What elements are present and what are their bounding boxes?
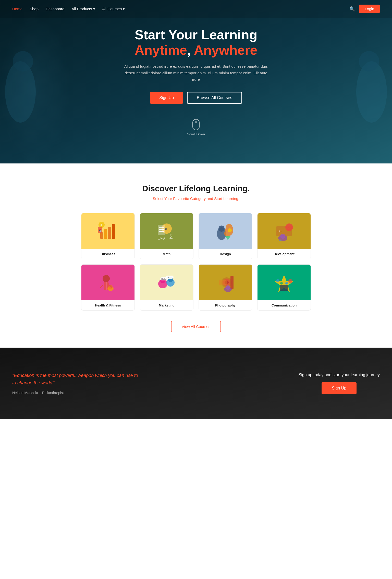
login-button[interactable]: Login bbox=[359, 5, 380, 13]
hero-section: Start Your Learning Anytime, Anywhere Al… bbox=[0, 0, 392, 163]
category-card-design[interactable]: Design bbox=[199, 213, 252, 259]
category-name-design: Design bbox=[199, 249, 252, 259]
category-img-business: $ 📚 bbox=[81, 213, 134, 249]
categories-section: Discover Lifelong Learning. Select Your … bbox=[0, 163, 392, 348]
svg-text:$: $ bbox=[101, 223, 102, 227]
category-name-business: Business bbox=[81, 249, 134, 259]
svg-text:x²+y²: x²+y² bbox=[158, 237, 165, 240]
hero-subtitle: Aliqua id fugiat nostrud irure ex duis e… bbox=[122, 63, 270, 83]
scroll-down[interactable]: Scroll Down bbox=[187, 119, 205, 136]
svg-rect-4 bbox=[100, 232, 103, 239]
category-name-communication: Communication bbox=[258, 300, 311, 310]
hero-signup-button[interactable]: Sign Up bbox=[150, 92, 183, 104]
nav-dashboard[interactable]: Dashboard bbox=[46, 7, 64, 11]
nav-all-products[interactable]: All Products ▾ bbox=[71, 7, 95, 11]
category-img-development: ↑ </> bbox=[258, 213, 311, 249]
hero-figure-left bbox=[0, 15, 71, 163]
svg-rect-5 bbox=[104, 229, 107, 239]
cta-quote: "Education is the most powerful weapon w… bbox=[12, 372, 140, 387]
category-name-photography: Photography bbox=[199, 300, 252, 310]
category-img-marketing: Hello! Hi! bbox=[140, 265, 193, 300]
svg-rect-6 bbox=[108, 227, 111, 239]
category-img-math: π ∑ x²+y² bbox=[140, 213, 193, 249]
scroll-dot bbox=[195, 121, 197, 123]
svg-line-35 bbox=[100, 285, 103, 288]
cta-attribution-name: Nelson Mandela bbox=[12, 391, 38, 395]
category-name-math: Math bbox=[140, 249, 193, 259]
nav-home[interactable]: Home bbox=[12, 7, 22, 11]
svg-text:Hi!: Hi! bbox=[167, 276, 169, 278]
nav-right: 🔍 Login bbox=[349, 5, 380, 13]
category-card-photography[interactable]: Photography bbox=[199, 264, 252, 311]
category-img-communication bbox=[258, 265, 311, 300]
svg-point-24 bbox=[285, 223, 293, 231]
section-subtitle: Select Your Favourite Category and Start… bbox=[12, 196, 380, 201]
view-all-courses-button[interactable]: View All Courses bbox=[171, 321, 221, 332]
category-card-business[interactable]: $ 📚 Business bbox=[81, 213, 135, 259]
hero-title: Start Your Learning Anytime, Anywhere bbox=[122, 27, 270, 58]
cta-signup-button[interactable]: Sign Up bbox=[322, 382, 357, 394]
hero-figure-right bbox=[321, 15, 392, 163]
svg-rect-53 bbox=[280, 285, 288, 291]
category-img-health bbox=[81, 265, 134, 300]
svg-point-56 bbox=[288, 279, 292, 283]
chevron-down-icon: ▾ bbox=[123, 7, 125, 11]
category-name-development: Development bbox=[258, 249, 311, 259]
svg-rect-7 bbox=[112, 224, 115, 239]
hero-title-accent-anywhere: Anywhere bbox=[194, 43, 258, 57]
svg-point-55 bbox=[285, 282, 288, 285]
svg-rect-49 bbox=[219, 280, 227, 285]
svg-text:</>: </> bbox=[278, 230, 281, 233]
cta-right: Sign up today and start your learning jo… bbox=[299, 373, 380, 394]
svg-point-57 bbox=[276, 279, 279, 282]
svg-point-22 bbox=[228, 228, 232, 232]
cta-section: "Education is the most powerful weapon w… bbox=[0, 348, 392, 419]
svg-text:📚: 📚 bbox=[99, 229, 102, 232]
svg-point-3 bbox=[359, 51, 379, 72]
category-name-health: Health & Fitness bbox=[81, 300, 134, 310]
hero-title-accent-anytime: Anytime bbox=[135, 43, 187, 57]
category-img-design bbox=[199, 213, 252, 249]
svg-text:∑: ∑ bbox=[169, 233, 173, 239]
category-card-development[interactable]: ↑ </> Development bbox=[257, 213, 311, 259]
svg-point-21 bbox=[218, 226, 225, 232]
hero-buttons: Sign Up Browse All Courses bbox=[122, 92, 270, 104]
svg-text:↑: ↑ bbox=[287, 226, 289, 229]
category-img-photography bbox=[199, 265, 252, 300]
svg-rect-14 bbox=[158, 225, 165, 235]
hero-browse-button[interactable]: Browse All Courses bbox=[187, 92, 242, 104]
category-card-math[interactable]: π ∑ x²+y² Math bbox=[140, 213, 193, 259]
svg-point-30 bbox=[103, 275, 110, 282]
nav-shop[interactable]: Shop bbox=[30, 7, 39, 11]
cta-left: "Education is the most powerful weapon w… bbox=[12, 372, 140, 395]
chevron-down-icon: ▾ bbox=[93, 7, 95, 11]
svg-text:Hello!: Hello! bbox=[161, 278, 166, 280]
svg-point-54 bbox=[280, 282, 283, 285]
svg-point-1 bbox=[13, 51, 33, 72]
cta-attribution-title: Philanthropist bbox=[42, 391, 64, 395]
categories-grid: $ 📚 Business π ∑ x²+y² bbox=[81, 213, 311, 311]
search-icon[interactable]: 🔍 bbox=[349, 6, 355, 12]
section-title: Discover Lifelong Learning. bbox=[12, 184, 380, 193]
navbar: Home Shop Dashboard All Products ▾ All C… bbox=[0, 0, 392, 18]
hero-content: Start Your Learning Anytime, Anywhere Al… bbox=[116, 27, 276, 103]
category-card-health[interactable]: Health & Fitness bbox=[81, 264, 135, 311]
svg-point-34 bbox=[108, 285, 113, 289]
svg-point-28 bbox=[280, 234, 285, 239]
scroll-down-label: Scroll Down bbox=[187, 132, 205, 136]
svg-rect-29 bbox=[279, 240, 281, 241]
scroll-mouse-icon bbox=[192, 119, 200, 130]
nav-links: Home Shop Dashboard All Products ▾ All C… bbox=[12, 7, 349, 11]
svg-point-51 bbox=[226, 285, 230, 290]
nav-all-courses[interactable]: All Courses ▾ bbox=[102, 7, 125, 11]
cta-right-text: Sign up today and start your learning jo… bbox=[299, 373, 380, 377]
category-name-marketing: Marketing bbox=[140, 300, 193, 310]
category-card-marketing[interactable]: Hello! Hi! Marketing bbox=[140, 264, 193, 311]
cta-attribution: Nelson Mandela Philanthropist bbox=[12, 391, 140, 395]
category-card-communication[interactable]: Communication bbox=[257, 264, 311, 311]
